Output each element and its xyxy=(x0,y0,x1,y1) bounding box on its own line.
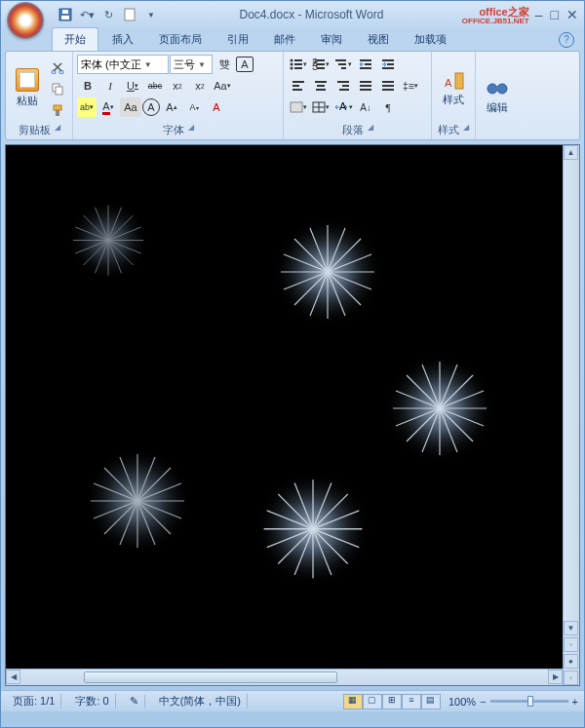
numbering-button[interactable]: 123▾ xyxy=(310,55,332,74)
web-view[interactable]: ⊞ xyxy=(382,694,402,709)
sort-button[interactable]: A↓ xyxy=(355,97,376,117)
hscroll-thumb[interactable] xyxy=(84,671,337,683)
svg-rect-19 xyxy=(317,63,325,65)
decrease-indent-button[interactable] xyxy=(355,55,376,74)
enclose-char-button[interactable]: A xyxy=(142,98,160,116)
print-layout-view[interactable]: ▦ xyxy=(343,694,363,709)
page-status[interactable]: 页面: 1/1 xyxy=(7,694,61,709)
tab-references[interactable]: 引用 xyxy=(215,28,260,51)
word-count[interactable]: 字数: 0 xyxy=(69,694,115,709)
svg-rect-2 xyxy=(62,10,68,14)
language-status[interactable]: 中文(简体，中国) xyxy=(153,694,248,709)
subscript-button[interactable]: x2 xyxy=(167,76,188,96)
cut-button[interactable] xyxy=(47,57,68,77)
window-title: Doc4.docx - Microsoft Word xyxy=(161,8,462,21)
clipboard-icon xyxy=(16,68,39,92)
scroll-down-button[interactable]: ▼ xyxy=(564,621,578,635)
document-canvas[interactable] xyxy=(6,145,563,669)
italic-button[interactable]: I xyxy=(99,76,121,96)
line-spacing-button[interactable]: ‡≡▾ xyxy=(400,76,421,96)
format-painter-button[interactable] xyxy=(47,100,68,120)
font-family-combo[interactable]: 宋体 (中文正▼ xyxy=(77,55,169,74)
distribute-button[interactable] xyxy=(377,76,399,96)
minimize-button[interactable]: – xyxy=(535,7,543,22)
horizontal-scrollbar[interactable]: ◀ ▶ xyxy=(6,669,563,685)
zoom-in-button[interactable]: + xyxy=(572,696,578,708)
maximize-button[interactable]: □ xyxy=(551,7,559,22)
find-button[interactable]: 编辑 xyxy=(480,55,515,136)
redo-icon[interactable]: ↻ xyxy=(98,5,118,24)
highlight-button[interactable]: ab▾ xyxy=(77,97,97,117)
align-center-button[interactable] xyxy=(310,76,332,96)
close-button[interactable]: ✕ xyxy=(566,7,578,22)
new-doc-icon[interactable] xyxy=(120,5,139,24)
font-launcher[interactable]: ◢ xyxy=(188,123,194,137)
group-styles: A 样式 样式◢ xyxy=(432,52,476,139)
clear-format-button[interactable]: A xyxy=(206,97,227,117)
shrink-font-button[interactable]: A▾ xyxy=(183,97,205,117)
strike-button[interactable]: abc xyxy=(144,76,166,96)
outline-view[interactable]: ≡ xyxy=(402,694,421,709)
tab-home[interactable]: 开始 xyxy=(52,27,98,51)
office-button[interactable] xyxy=(7,2,44,39)
scroll-right-button[interactable]: ▶ xyxy=(548,670,563,684)
svg-rect-11 xyxy=(294,59,302,61)
svg-rect-3 xyxy=(125,9,135,20)
zoom-level[interactable]: 100% xyxy=(448,696,476,708)
justify-button[interactable] xyxy=(355,76,376,96)
tab-view[interactable]: 视图 xyxy=(356,28,401,51)
change-case-button[interactable]: Aa▾ xyxy=(212,76,233,96)
grow-font-button[interactable]: A▴ xyxy=(161,97,182,117)
increase-indent-button[interactable] xyxy=(377,55,399,74)
svg-text:A: A xyxy=(445,77,452,89)
align-right-button[interactable] xyxy=(332,76,354,96)
undo-icon[interactable]: ↶▾ xyxy=(77,5,97,24)
svg-rect-28 xyxy=(382,59,394,61)
styles-button[interactable]: A 样式 xyxy=(436,55,471,122)
proofing-icon[interactable]: ✎ xyxy=(124,695,145,708)
zoom-slider[interactable] xyxy=(490,700,568,703)
browse-object-button[interactable]: ● xyxy=(564,654,578,669)
tab-review[interactable]: 审阅 xyxy=(309,28,354,51)
borders-button[interactable]: ▾ xyxy=(310,97,332,117)
svg-rect-37 xyxy=(337,81,349,83)
bullets-button[interactable]: ▾ xyxy=(288,55,309,74)
scroll-left-button[interactable]: ◀ xyxy=(6,670,20,684)
superscript-button[interactable]: x2 xyxy=(189,76,211,96)
svg-rect-52 xyxy=(455,73,463,89)
draft-view[interactable]: ▤ xyxy=(421,694,441,709)
fullscreen-view[interactable]: ▢ xyxy=(363,694,382,709)
next-page-button[interactable]: ◦ xyxy=(564,671,578,685)
tab-layout[interactable]: 页面布局 xyxy=(147,28,214,51)
vertical-scrollbar[interactable]: ▲ ▼ ◦ ● ◦ xyxy=(563,145,579,685)
prev-page-button[interactable]: ◦ xyxy=(564,637,578,652)
pinyin-button[interactable]: 雙 xyxy=(214,55,235,74)
multilevel-button[interactable]: ▾ xyxy=(332,55,354,74)
qat-customize-icon[interactable]: ▼ xyxy=(141,5,161,24)
show-marks-button[interactable]: ¶ xyxy=(377,97,399,117)
align-left-button[interactable] xyxy=(288,76,309,96)
svg-rect-31 xyxy=(292,81,304,83)
zoom-out-button[interactable]: − xyxy=(480,696,486,708)
tab-mailings[interactable]: 邮件 xyxy=(262,28,307,51)
char-border-button[interactable]: A xyxy=(236,57,254,72)
save-icon[interactable] xyxy=(56,5,75,24)
tab-addins[interactable]: 加载项 xyxy=(403,28,458,51)
scroll-up-button[interactable]: ▲ xyxy=(564,145,578,160)
paragraph-launcher[interactable]: ◢ xyxy=(368,123,373,137)
font-color-button[interactable]: A▾ xyxy=(98,97,119,117)
clipboard-launcher[interactable]: ◢ xyxy=(55,123,60,137)
char-shading-button[interactable]: Aa xyxy=(120,97,141,117)
help-icon[interactable]: ? xyxy=(559,32,574,48)
paste-button[interactable]: 粘贴 xyxy=(10,55,45,122)
view-buttons: ▦ ▢ ⊞ ≡ ▤ xyxy=(343,694,441,709)
copy-button[interactable] xyxy=(47,79,68,98)
tab-insert[interactable]: 插入 xyxy=(100,28,145,51)
styles-launcher[interactable]: ◢ xyxy=(463,123,469,137)
underline-button[interactable]: U▾ xyxy=(122,76,143,96)
svg-rect-32 xyxy=(292,85,299,87)
font-size-combo[interactable]: 三号▼ xyxy=(170,55,213,74)
shading-button[interactable]: ▾ xyxy=(288,97,309,117)
bold-button[interactable]: B xyxy=(77,76,98,96)
char-scale-button[interactable]: A▾ xyxy=(332,97,354,117)
